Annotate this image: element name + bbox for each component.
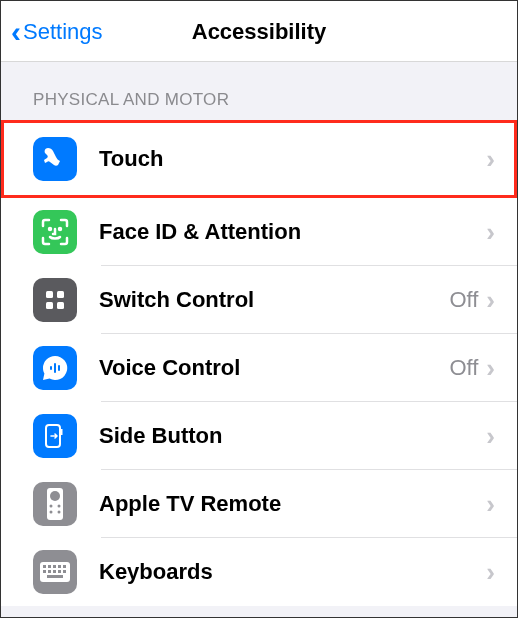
svg-point-16 bbox=[58, 511, 61, 514]
chevron-right-icon: › bbox=[486, 421, 495, 452]
settings-list: Touch › Face ID & Attention › Switch Con… bbox=[1, 120, 517, 606]
row-label: Touch bbox=[99, 146, 486, 172]
chevron-right-icon: › bbox=[486, 489, 495, 520]
row-apple-tv-remote[interactable]: Apple TV Remote › bbox=[1, 470, 517, 538]
svg-point-14 bbox=[58, 505, 61, 508]
content-area: PHYSICAL AND MOTOR Touch › Face ID & Att… bbox=[1, 62, 517, 618]
svg-rect-3 bbox=[57, 291, 64, 298]
keyboard-icon bbox=[33, 550, 77, 594]
voice-control-icon bbox=[33, 346, 77, 390]
row-label: Switch Control bbox=[99, 287, 449, 313]
row-label: Face ID & Attention bbox=[99, 219, 486, 245]
svg-rect-2 bbox=[46, 291, 53, 298]
row-value: Off bbox=[449, 355, 478, 381]
svg-rect-24 bbox=[48, 570, 51, 573]
switch-control-icon bbox=[33, 278, 77, 322]
chevron-right-icon: › bbox=[486, 217, 495, 248]
svg-rect-6 bbox=[50, 366, 52, 370]
svg-point-13 bbox=[50, 505, 53, 508]
svg-point-12 bbox=[50, 491, 60, 501]
chevron-left-icon: ‹ bbox=[11, 17, 21, 47]
svg-rect-5 bbox=[57, 302, 64, 309]
face-id-icon bbox=[33, 210, 77, 254]
svg-rect-25 bbox=[53, 570, 56, 573]
row-touch[interactable]: Touch › bbox=[1, 120, 517, 198]
svg-rect-19 bbox=[48, 565, 51, 568]
svg-point-0 bbox=[49, 228, 51, 230]
chevron-right-icon: › bbox=[486, 285, 495, 316]
svg-rect-7 bbox=[54, 363, 56, 373]
row-faceid-attention[interactable]: Face ID & Attention › bbox=[1, 198, 517, 266]
svg-rect-23 bbox=[43, 570, 46, 573]
touch-icon bbox=[33, 137, 77, 181]
chevron-right-icon: › bbox=[486, 353, 495, 384]
back-label: Settings bbox=[23, 19, 103, 45]
svg-rect-28 bbox=[47, 575, 63, 578]
svg-rect-4 bbox=[46, 302, 53, 309]
section-header: PHYSICAL AND MOTOR bbox=[1, 82, 517, 120]
row-side-button[interactable]: Side Button › bbox=[1, 402, 517, 470]
row-value: Off bbox=[449, 287, 478, 313]
svg-rect-18 bbox=[43, 565, 46, 568]
svg-rect-10 bbox=[60, 429, 63, 435]
nav-header: ‹ Settings Accessibility bbox=[1, 1, 517, 62]
svg-rect-21 bbox=[58, 565, 61, 568]
svg-rect-8 bbox=[58, 365, 60, 371]
svg-rect-27 bbox=[63, 570, 66, 573]
apple-tv-remote-icon bbox=[33, 482, 77, 526]
row-voice-control[interactable]: Voice Control Off › bbox=[1, 334, 517, 402]
side-button-icon bbox=[33, 414, 77, 458]
chevron-right-icon: › bbox=[486, 144, 495, 175]
row-label: Keyboards bbox=[99, 559, 486, 585]
chevron-right-icon: › bbox=[486, 557, 495, 588]
svg-rect-22 bbox=[63, 565, 66, 568]
back-button[interactable]: ‹ Settings bbox=[11, 17, 103, 47]
row-switch-control[interactable]: Switch Control Off › bbox=[1, 266, 517, 334]
svg-rect-26 bbox=[58, 570, 61, 573]
page-title: Accessibility bbox=[192, 19, 327, 45]
svg-point-1 bbox=[59, 228, 61, 230]
row-keyboards[interactable]: Keyboards › bbox=[1, 538, 517, 606]
row-label: Apple TV Remote bbox=[99, 491, 486, 517]
row-label: Side Button bbox=[99, 423, 486, 449]
svg-rect-20 bbox=[53, 565, 56, 568]
row-label: Voice Control bbox=[99, 355, 449, 381]
svg-point-15 bbox=[50, 511, 53, 514]
